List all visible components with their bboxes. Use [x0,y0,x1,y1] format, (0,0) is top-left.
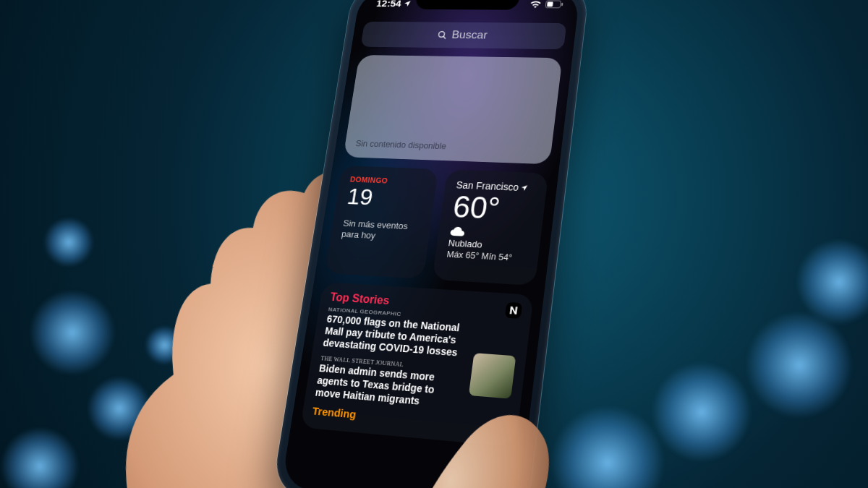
tips-widget[interactable]: Sin contenido disponible [343,54,562,163]
weather-hilo: Máx 65° Mín 54° [446,249,527,263]
display-notch [414,0,520,9]
search-placeholder: Buscar [451,28,488,41]
svg-rect-1 [547,1,553,7]
wifi-icon [529,0,542,7]
location-icon [403,0,412,7]
phone-device: 12:54 [271,0,590,488]
news-trending-title: Trending [312,404,509,434]
news-app-icon [505,301,523,318]
search-field[interactable]: Buscar [361,21,567,49]
news-story[interactable]: NATIONAL GEOGRAPHIC 670,000 flags on the… [322,306,520,363]
news-story[interactable]: THE WALL STREET JOURNAL Biden admin send… [315,354,515,415]
news-thumbnail [469,353,516,399]
news-section-title: Top Stories [329,291,522,316]
news-widget[interactable]: Top Stories NATIONAL GEOGRAPHIC 670,000 … [300,282,534,448]
cloud-icon [449,226,466,236]
calendar-events-text: Sin más eventos para hoy [341,218,420,244]
news-source: THE WALL STREET JOURNAL [320,354,514,377]
location-arrow-icon [520,183,529,191]
news-headline: Biden admin sends more agents to Texas b… [315,362,514,416]
svg-line-4 [443,36,445,38]
battery-icon [545,0,564,7]
weather-condition: Nublado [448,237,529,252]
phone-screen: 12:54 [281,0,581,488]
status-time: 12:54 [375,0,401,8]
tips-empty-label: Sin contenido disponible [355,139,447,151]
calendar-widget[interactable]: DOMINGO 19 Sin más eventos para hoy [325,165,438,278]
news-source: NATIONAL GEOGRAPHIC [328,306,520,325]
news-headline: 670,000 flags on the National Mall pay t… [322,313,519,364]
svg-point-3 [438,31,445,37]
weather-temp: 60° [451,192,535,226]
weather-widget[interactable]: San Francisco 60° Nublado Máx 65° Mín 54… [432,169,548,286]
search-icon [436,30,448,40]
calendar-daynum: 19 [346,184,425,210]
svg-rect-2 [561,2,563,5]
